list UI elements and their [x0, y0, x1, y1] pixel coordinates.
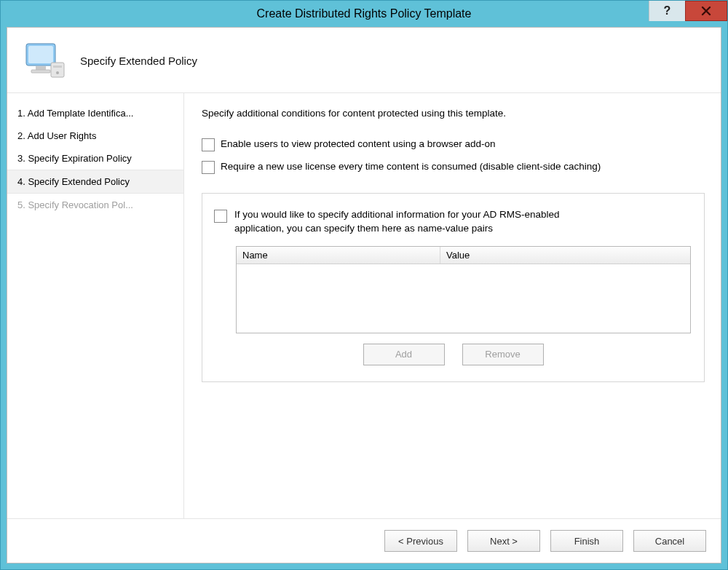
previous-button[interactable]: < Previous — [384, 530, 457, 552]
svg-rect-1 — [28, 46, 53, 63]
svg-rect-2 — [36, 66, 46, 70]
finish-button[interactable]: Finish — [550, 530, 623, 552]
content-pane: Specify additional conditions for conten… — [184, 93, 721, 518]
close-button[interactable] — [685, 1, 727, 21]
sidebar-step-4[interactable]: 4. Specify Extended Policy — [7, 170, 183, 194]
svg-rect-3 — [31, 70, 50, 73]
sidebar-step-2[interactable]: 2. Add User Rights — [7, 124, 183, 147]
name-value-checkbox[interactable] — [214, 210, 227, 223]
sidebar-step-1[interactable]: 1. Add Template Identifica... — [7, 102, 183, 124]
intro-text: Specify additional conditions for conten… — [202, 108, 705, 119]
steps-sidebar: 1. Add Template Identifica... 2. Add Use… — [7, 93, 184, 518]
svg-rect-4 — [51, 63, 64, 77]
wizard-step-title: Specify Extended Policy — [80, 55, 197, 67]
add-button: Add — [363, 344, 445, 365]
window-title: Create Distributed Rights Policy Templat… — [1, 7, 727, 20]
browser-addon-row: Enable users to view protected content u… — [202, 138, 705, 151]
wizard-header: Specify Extended Policy — [7, 28, 721, 93]
close-icon — [701, 6, 711, 16]
column-value[interactable]: Value — [440, 247, 690, 264]
name-value-label: If you would like to specify additional … — [234, 208, 569, 236]
new-license-label: Require a new use license every time con… — [221, 160, 601, 173]
wizard-body: 1. Add Template Identifica... 2. Add Use… — [7, 93, 721, 518]
browser-addon-checkbox[interactable] — [202, 138, 215, 151]
wizard-window: Create Distributed Rights Policy Templat… — [0, 0, 728, 570]
client-area: Specify Extended Policy 1. Add Template … — [7, 27, 721, 563]
sidebar-step-3[interactable]: 3. Specify Expiration Policy — [7, 147, 183, 170]
name-value-group: If you would like to specify additional … — [202, 193, 705, 382]
cancel-button[interactable]: Cancel — [633, 530, 706, 552]
new-license-checkbox[interactable] — [202, 161, 215, 174]
titlebar-buttons: ? — [649, 1, 727, 23]
name-value-table[interactable]: Name Value — [236, 246, 691, 333]
new-license-row: Require a new use license every time con… — [202, 160, 705, 174]
column-name[interactable]: Name — [237, 247, 440, 264]
svg-point-6 — [56, 71, 59, 74]
next-button[interactable]: Next > — [467, 530, 540, 552]
help-button[interactable]: ? — [649, 1, 685, 21]
svg-rect-5 — [53, 66, 62, 68]
remove-button: Remove — [462, 344, 544, 365]
name-value-chk-row: If you would like to specify additional … — [214, 208, 692, 236]
sidebar-step-5: 5. Specify Revocation Pol... — [7, 194, 183, 216]
browser-addon-label: Enable users to view protected content u… — [221, 138, 495, 151]
monitor-icon — [23, 41, 67, 81]
wizard-footer: < Previous Next > Finish Cancel — [7, 518, 721, 563]
table-buttons: Add Remove — [214, 344, 692, 365]
titlebar: Create Distributed Rights Policy Templat… — [1, 1, 727, 27]
table-header: Name Value — [237, 247, 690, 264]
